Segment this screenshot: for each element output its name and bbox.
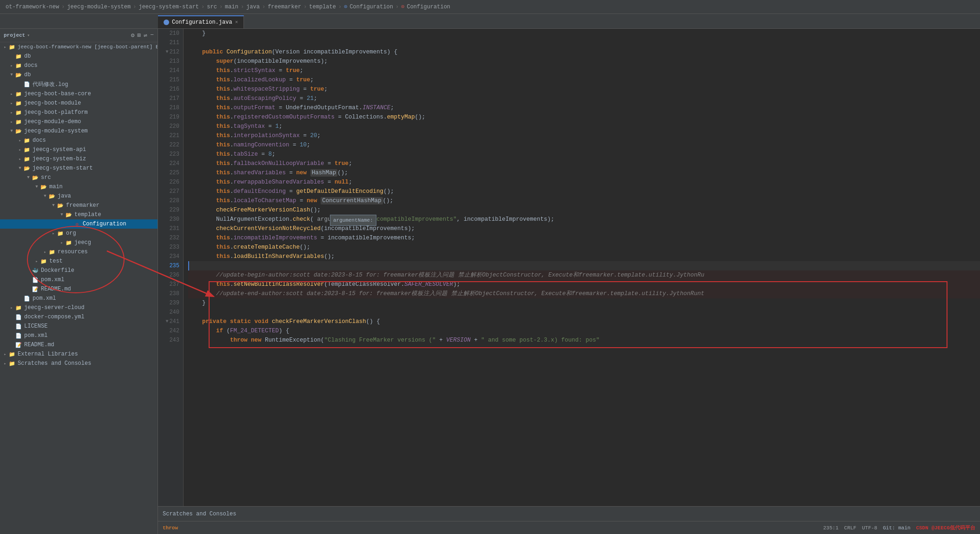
tree-item-src[interactable]: ▼ 📂 src [0, 173, 158, 182]
folder-icon-ext-libraries: 📁 [8, 350, 16, 358]
code-editor: 210 211 ▼212 213 214 215 216 217 218 219… [158, 29, 980, 534]
code-line-227: this.defaultEncoding = getDefaultDefault… [188, 187, 980, 196]
tab-configuration[interactable]: Configuration.java × [158, 15, 244, 28]
minimize-icon[interactable]: − [150, 32, 154, 39]
tree-label-db1: db [24, 53, 31, 59]
arrow-base-core: ▸ [8, 92, 15, 97]
crlf[interactable]: CRLF [844, 525, 856, 531]
dropdown-arrow[interactable]: ▾ [27, 33, 30, 38]
folder-icon-system-start: 📂 [23, 165, 31, 172]
tree-item-boot-platform[interactable]: ▸ 📁 jeecg-boot-platform [0, 108, 158, 117]
tree-item-freemarker[interactable]: ▼ 📂 freemarker [0, 201, 158, 210]
tree-item-root[interactable]: ▸ 📁 jeecg-boot-framework-new [jeecg-boot… [0, 42, 158, 52]
tree-label-module-system: jeecg-module-system [24, 128, 88, 134]
tree-item-configuration[interactable]: ⊙ Configuration [0, 219, 158, 229]
tree-item-docker-compose[interactable]: 📄 docker-compose.yml [0, 312, 158, 322]
arrow-scratches: ▸ [2, 361, 8, 366]
code-area: 210 211 ▼212 213 214 215 216 217 218 219… [158, 29, 980, 534]
code-line-218: this.outputFormat = UndefinedOutputForma… [188, 103, 980, 112]
bc-item-1[interactable]: ot-framework-new [6, 4, 59, 10]
tree-item-jeecg[interactable]: ▸ 📁 jeecg [0, 238, 158, 247]
tree-item-system-biz[interactable]: ▸ 📁 jeecg-system-biz [0, 154, 158, 164]
bc-item-10[interactable]: Configuration [407, 4, 450, 10]
arrow-docs1: ▸ [8, 63, 15, 68]
tab-bar: Configuration.java × [0, 14, 980, 29]
tree-item-org[interactable]: ▸ 📁 org [0, 229, 158, 238]
tree-item-system-api[interactable]: ▸ 📁 jeecg-system-api [0, 145, 158, 154]
bc-item-8[interactable]: template [309, 4, 336, 10]
tree-label-docker-compose: docker-compose.yml [24, 314, 85, 320]
bc-item-3[interactable]: jeecg-system-start [138, 4, 199, 10]
sidebar-header-left: project ▾ [4, 33, 30, 38]
tree-item-docs2[interactable]: ▸ 📁 docs [0, 136, 158, 145]
scratches-label[interactable]: Scratches and Consoles [163, 511, 236, 517]
arrow-template: ▼ [59, 212, 65, 217]
arrow-system-biz: ▸ [17, 157, 23, 162]
bc-item-5[interactable]: main [225, 4, 238, 10]
arrow-docs2: ▸ [17, 138, 23, 143]
tree-item-template[interactable]: ▼ 📂 template [0, 210, 158, 219]
tree-item-readme2[interactable]: 📝 README.md [0, 340, 158, 349]
tree-label-src: src [41, 174, 51, 181]
tab-close-button[interactable]: × [235, 20, 238, 25]
code-line-222: this.namingConvention = 10; [188, 140, 980, 150]
tree-label-server-cloud: jeecg-server-cloud [24, 304, 85, 311]
tree-label-readme2: README.md [24, 342, 54, 348]
arrow-module-system: ▼ [8, 129, 15, 133]
arrow-ext-libraries: ▸ [2, 352, 8, 357]
arrow-system-api: ▸ [17, 147, 23, 152]
code-line-215: this.localizedLookup = true; [188, 75, 980, 85]
bc-class-icon-2: ⊙ [401, 3, 404, 10]
tree-item-log[interactable]: 📄 代码修改.log [0, 79, 158, 89]
git-branch[interactable]: Git: main [883, 525, 910, 531]
tree-label-system-api: jeecg-system-api [33, 146, 86, 153]
tree-item-pom1[interactable]: 📄 pom.xml [0, 275, 158, 284]
tree-item-dockerfile[interactable]: 🐳 Dockerfile [0, 266, 158, 275]
code-line-232: this.incompatibleImprovements = incompat… [188, 233, 980, 243]
bc-item-2[interactable]: jeecg-module-system [67, 4, 131, 10]
code-line-230: NullArgumentException.check( argumentNam… [188, 215, 980, 224]
bc-item-7[interactable]: freemarker [268, 4, 301, 10]
config-class-icon: ⊙ [73, 220, 81, 228]
tree-label-docs1: docs [24, 62, 38, 69]
tree-item-test[interactable]: ▸ 📁 test [0, 257, 158, 266]
tree-item-scratches[interactable]: ▸ 📁 Scratches and Consoles [0, 359, 158, 368]
tree-item-license[interactable]: 📄 LICENSE [0, 322, 158, 331]
code-line-220: this.tagSyntax = 1; [188, 122, 980, 131]
bc-item-6[interactable]: java [246, 4, 260, 10]
tree-item-db2[interactable]: ▼ 📂 db [0, 70, 158, 79]
split-icon[interactable]: ⇌ [144, 32, 147, 39]
utf8[interactable]: UTF-8 [862, 525, 877, 531]
cog-icon[interactable]: ⚙ [131, 32, 135, 39]
bc-item-9[interactable]: Configuration [349, 4, 393, 10]
code-line-237: this.setNewBuiltinClassResolver(Template… [188, 280, 980, 289]
code-line-238: //update-end-author:scott date:2023-8-15… [188, 289, 980, 298]
tree-item-system-start[interactable]: ▼ 📂 jeecg-system-start [0, 164, 158, 173]
tree-item-module-system[interactable]: ▼ 📂 jeecg-module-system [0, 126, 158, 136]
tree-item-ext-libraries[interactable]: ▸ 📁 External Libraries [0, 349, 158, 359]
folder-icon-boot-platform: 📁 [15, 109, 22, 116]
tree-item-docs1[interactable]: ▸ 📁 docs [0, 61, 158, 70]
tree-item-module-demo[interactable]: ▸ 📁 jeecg-module-demo [0, 117, 158, 126]
code-line-243: throw new RuntimeException("Clashing Fre… [188, 336, 980, 345]
arrow-test: ▸ [33, 259, 40, 264]
throw-label: throw [163, 525, 178, 531]
tree-item-java[interactable]: ▼ 📂 java [0, 191, 158, 201]
tree-item-pom3[interactable]: 📄 pom.xml [0, 331, 158, 340]
tree-item-main[interactable]: ▼ 📂 main [0, 182, 158, 191]
tree-item-pom2[interactable]: 📄 pom.xml [0, 294, 158, 303]
code-line-236: //update-begin-author:scott date:2023-8-… [188, 270, 980, 280]
layout-icon[interactable]: ⊞ [138, 32, 141, 39]
tree-label-pom1: pom.xml [41, 277, 64, 283]
folder-icon-java: 📂 [48, 192, 56, 200]
tree-label-java: java [58, 193, 71, 199]
bc-item-4[interactable]: src [207, 4, 217, 10]
tree-item-resources[interactable]: ▸ 📁 resources [0, 247, 158, 257]
tree-item-server-cloud[interactable]: ▸ 📁 jeecg-server-cloud [0, 303, 158, 312]
tree-item-readme1[interactable]: 📝 README.md [0, 284, 158, 294]
tree-label-log: 代码修改.log [33, 80, 68, 88]
tree-item-db1[interactable]: 📁 db [0, 52, 158, 61]
tree-item-boot-module[interactable]: ▸ 📁 jeecg-boot-module [0, 99, 158, 108]
folder-icon-system-api: 📁 [23, 146, 31, 153]
tree-item-base-core[interactable]: ▸ 📁 jeecg-boot-base-core [0, 89, 158, 99]
